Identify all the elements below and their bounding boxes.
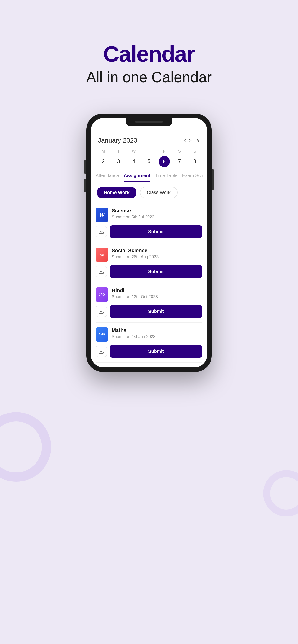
tab-examsch[interactable]: Exam Sch (182, 173, 203, 182)
calendar-date-7[interactable]: 7 (172, 156, 187, 167)
day-label-thu: T (141, 149, 157, 154)
calendar-day-labels: M T W T F S S (91, 146, 207, 155)
submit-button-social-science[interactable]: Submit (110, 265, 202, 278)
download-button-science[interactable] (96, 226, 107, 237)
download-button-hindi[interactable] (96, 306, 107, 317)
png-icon: PNG (99, 333, 105, 336)
tab-assignment[interactable]: Assignment (124, 173, 150, 182)
assignment-name-maths: Maths (112, 327, 202, 333)
day-label-fri: F (157, 149, 172, 154)
notch-pill (135, 120, 163, 123)
calendar-header: January 2023 < > ∨ (91, 132, 207, 146)
day-label-tue: T (111, 149, 126, 154)
calendar-date-2[interactable]: 2 (96, 156, 111, 167)
sub-tabs: Home Work Class Work (91, 182, 207, 203)
hero-subtitle: All in one Calendar (86, 68, 212, 86)
assignment-name-social-science: Social Science (112, 248, 202, 254)
assignment-date-hindi: Submit on 13th Oct 2023 (112, 294, 202, 299)
calendar-date-5[interactable]: 5 (141, 156, 157, 167)
jpg-icon: JPG (99, 293, 105, 296)
assignment-top-social-science: PDF Social Science Submit on 28th Aug 20… (96, 248, 202, 262)
calendar-month: January 2023 (98, 137, 181, 144)
sub-tab-homework[interactable]: Home Work (97, 186, 136, 198)
assignment-date-social-science: Submit on 28th Aug 2023 (112, 254, 202, 260)
assignment-item-hindi: JPG Hindi Submit on 13th Oct 2023 (96, 283, 202, 323)
assignment-name-science: Science (112, 208, 202, 214)
day-label-wed: W (126, 149, 141, 154)
main-tabs: Attendance Assignment Time Table Exam Sc… (91, 170, 207, 182)
assignment-top-maths: PNG Maths Submit on 1st Jun 2023 (96, 327, 202, 342)
download-button-social-science[interactable] (96, 266, 107, 277)
file-icon-pdf: PDF (96, 248, 108, 262)
prev-month-button[interactable]: < (183, 138, 186, 144)
pdf-icon: PDF (99, 253, 105, 257)
assignment-item-maths: PNG Maths Submit on 1st Jun 2023 (96, 323, 202, 362)
assignment-info-science: Science Submit on 5th Jul 2023 (112, 208, 202, 220)
bg-decoration-circle-2 (263, 470, 298, 516)
assignment-top-hindi: JPG Hindi Submit on 13th Oct 2023 (96, 288, 202, 302)
file-icon-word: W (96, 208, 108, 222)
bg-decoration-circle-1 (0, 412, 51, 482)
download-button-maths[interactable] (96, 346, 107, 357)
phone-screen: January 2023 < > ∨ M T W T F S S 2 3 (91, 118, 207, 367)
assignment-date-science: Submit on 5th Jul 2023 (112, 215, 202, 220)
calendar-date-3[interactable]: 3 (111, 156, 126, 167)
assignment-name-hindi: Hindi (112, 288, 202, 294)
assignment-actions-science: Submit (96, 225, 202, 238)
assignment-item-science: W Science Submit on 5th Jul 2023 (96, 203, 202, 243)
calendar-date-4[interactable]: 4 (126, 156, 141, 167)
submit-button-science[interactable]: Submit (110, 225, 202, 238)
assignment-top-science: W Science Submit on 5th Jul 2023 (96, 208, 202, 222)
assignment-list: W Science Submit on 5th Jul 2023 (91, 203, 207, 362)
sub-tab-classwork[interactable]: Class Work (140, 186, 178, 198)
power-button (212, 169, 213, 190)
calendar-dropdown-icon[interactable]: ∨ (196, 138, 200, 144)
submit-button-hindi[interactable]: Submit (110, 305, 202, 318)
hero-section: Calendar All in one Calendar (86, 0, 212, 104)
phone-mockup: January 2023 < > ∨ M T W T F S S 2 3 (86, 114, 212, 372)
assignment-actions-maths: Submit (96, 345, 202, 358)
assignment-actions-hindi: Submit (96, 305, 202, 318)
calendar-navigation: < > (183, 138, 192, 144)
submit-button-maths[interactable]: Submit (110, 345, 202, 358)
phone-notch (126, 118, 172, 126)
calendar-date-8[interactable]: 8 (187, 156, 202, 167)
phone-body: January 2023 < > ∨ M T W T F S S 2 3 (86, 114, 212, 372)
next-month-button[interactable]: > (189, 138, 192, 144)
calendar-date-6-active[interactable]: 6 (159, 156, 170, 167)
tab-timetable[interactable]: Time Table (155, 173, 178, 182)
volume-up-button (85, 160, 86, 174)
assignment-info-social-science: Social Science Submit on 28th Aug 2023 (112, 248, 202, 260)
word-icon: W (99, 211, 105, 218)
hero-title: Calendar (86, 42, 212, 66)
day-label-mon: M (96, 149, 111, 154)
assignment-actions-social-science: Submit (96, 265, 202, 278)
assignment-item-social-science: PDF Social Science Submit on 28th Aug 20… (96, 243, 202, 283)
calendar-dates: 2 3 4 5 6 7 8 (91, 155, 207, 170)
file-icon-jpg: JPG (96, 288, 108, 302)
assignment-info-hindi: Hindi Submit on 13th Oct 2023 (112, 288, 202, 299)
assignment-info-maths: Maths Submit on 1st Jun 2023 (112, 327, 202, 339)
assignment-date-maths: Submit on 1st Jun 2023 (112, 334, 202, 339)
file-icon-png: PNG (96, 327, 108, 342)
day-label-sat: S (172, 149, 187, 154)
tab-attendance[interactable]: Attendance (96, 173, 119, 182)
volume-down-button (85, 178, 86, 192)
day-label-sun: S (187, 149, 202, 154)
